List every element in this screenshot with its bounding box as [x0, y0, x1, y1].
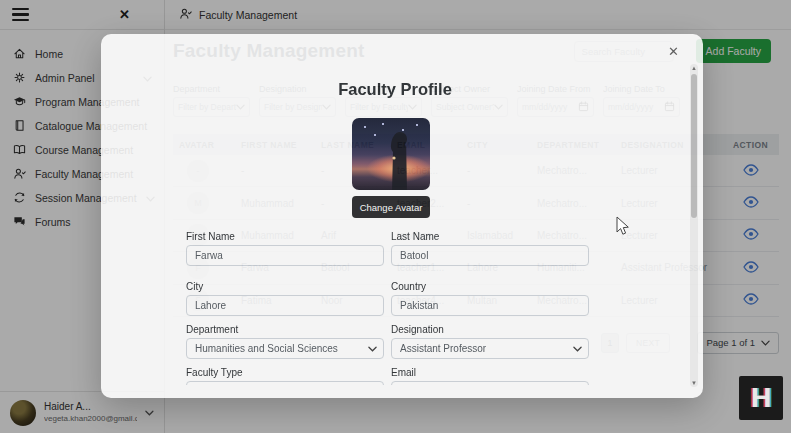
last-name-field[interactable] — [391, 245, 589, 266]
modal-scrollbar[interactable]: ▲ ▼ — [690, 64, 698, 387]
faculty-profile-modal: ✕ Faculty Profile Change Avatar First Na… — [101, 34, 703, 398]
modal-close-icon[interactable]: ✕ — [668, 44, 679, 59]
profile-avatar-image — [352, 118, 430, 190]
city-label: City — [186, 281, 384, 292]
department-label: Department — [186, 324, 384, 335]
app-window: ✕ Home Admin Panel Program Management Ca… — [0, 0, 791, 433]
designation-label: Designation — [391, 324, 589, 335]
scrollbar-thumb[interactable] — [691, 74, 697, 218]
city-field[interactable] — [186, 295, 384, 316]
person-silhouette — [388, 132, 414, 190]
designation-select[interactable]: Assistant Professor — [391, 338, 589, 359]
first-name-label: First Name — [186, 231, 384, 242]
chevron-down-icon — [368, 346, 377, 352]
scroll-up-arrow-icon[interactable]: ▲ — [690, 65, 698, 71]
email-label: Email — [391, 367, 589, 378]
email-field[interactable] — [391, 381, 589, 385]
faculty-type-field[interactable] — [186, 381, 384, 385]
department-select[interactable]: Humanities and Social Sciences — [186, 338, 384, 359]
h-logo-watermark: H — [739, 376, 783, 420]
faculty-type-label: Faculty Type — [186, 367, 384, 378]
last-name-label: Last Name — [391, 231, 589, 242]
mouse-cursor — [616, 216, 631, 237]
first-name-field[interactable] — [186, 245, 384, 266]
chevron-down-icon — [573, 346, 582, 352]
change-avatar-button[interactable]: Change Avatar — [352, 196, 430, 218]
country-label: Country — [391, 281, 589, 292]
scroll-down-arrow-icon[interactable]: ▼ — [690, 380, 698, 386]
modal-title: Faculty Profile — [101, 80, 689, 99]
country-field[interactable] — [391, 295, 589, 316]
